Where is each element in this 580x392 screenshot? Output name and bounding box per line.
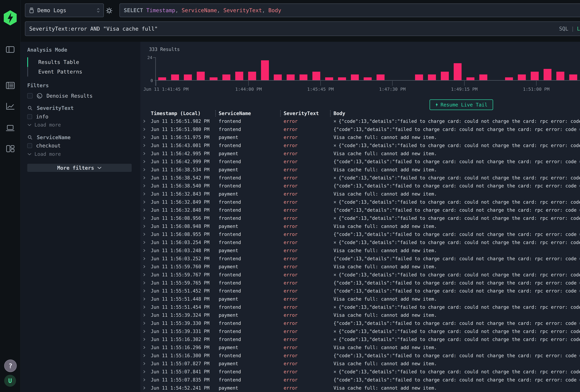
select-query-input[interactable]: SELECT Timestamp, ServiceName, SeverityT…	[120, 3, 580, 17]
row-expand-chevron-icon[interactable]	[143, 192, 151, 196]
row-expand-chevron-icon[interactable]	[143, 232, 151, 236]
table-row[interactable]: Jun 11 1:56:51.982 PM frontend error ×{"…	[140, 117, 580, 125]
filter-option-checkout[interactable]: checkout	[27, 143, 134, 148]
column-resize-handle[interactable]	[330, 110, 331, 117]
row-expand-chevron-icon[interactable]	[143, 200, 151, 204]
chart-nav-icon[interactable]	[5, 102, 15, 111]
search-query-input[interactable]: SeverityText:error AND "Visa cache full"…	[25, 21, 580, 36]
table-row[interactable]: Jun 11 1:55:39.330 PM frontend error ×{"…	[140, 319, 580, 327]
row-expand-chevron-icon[interactable]	[143, 321, 151, 325]
row-expand-chevron-icon[interactable]	[143, 346, 151, 349]
row-expand-chevron-icon[interactable]	[143, 224, 151, 228]
table-row[interactable]: Jun 11 1:56:32.843 PM payment error ×Vis…	[140, 190, 580, 198]
row-expand-chevron-icon[interactable]	[143, 378, 151, 382]
row-expand-chevron-icon[interactable]	[143, 297, 151, 301]
table-row[interactable]: Jun 11 1:56:42.995 PM payment error ×Vis…	[140, 149, 580, 158]
settings-button[interactable]	[105, 6, 113, 15]
table-row[interactable]: Jun 11 1:56:51.975 PM payment error ×Vis…	[140, 133, 580, 141]
more-filters-button[interactable]: More filters	[27, 164, 132, 172]
row-expand-chevron-icon[interactable]	[143, 241, 151, 244]
denoise-checkbox[interactable]	[27, 93, 33, 99]
laptop-nav-icon[interactable]	[5, 123, 15, 133]
load-more-servicename[interactable]: Load more	[27, 151, 134, 157]
table-row[interactable]: Jun 11 1:56:08.956 PM frontend error ×{"…	[140, 214, 580, 222]
column-resize-handle[interactable]	[280, 110, 281, 117]
dataset-select[interactable]: Demo Logs	[25, 3, 104, 17]
row-expand-chevron-icon[interactable]	[143, 128, 151, 131]
load-more-severitytext[interactable]: Load more	[27, 122, 134, 128]
table-row[interactable]: Jun 11 1:56:32.848 PM frontend error ×{"…	[140, 206, 580, 214]
row-expand-chevron-icon[interactable]	[143, 152, 151, 155]
app-logo-icon[interactable]	[3, 10, 17, 26]
dashboard-nav-icon[interactable]	[5, 144, 15, 153]
table-row[interactable]: Jun 11 1:54:52.241 PM payment error ×Vis…	[140, 384, 580, 392]
tab-results-table[interactable]: Results Table	[27, 57, 131, 67]
row-expand-chevron-icon[interactable]	[143, 386, 151, 390]
row-expand-chevron-icon[interactable]	[143, 143, 151, 147]
table-row[interactable]: Jun 11 1:56:03.248 PM payment error ×Vis…	[140, 247, 580, 255]
row-expand-chevron-icon[interactable]	[143, 119, 151, 123]
row-expand-chevron-icon[interactable]	[143, 176, 151, 180]
table-row[interactable]: Jun 11 1:55:51.448 PM payment error ×Vis…	[140, 295, 580, 303]
row-expand-chevron-icon[interactable]	[143, 135, 151, 139]
mode-toggle-lucene[interactable]: Lucene	[577, 26, 580, 32]
table-row[interactable]: Jun 11 1:55:51.454 PM frontend error ×{"…	[140, 303, 580, 311]
row-expand-chevron-icon[interactable]	[143, 265, 151, 268]
row-expand-chevron-icon[interactable]	[143, 273, 151, 277]
table-row[interactable]: Jun 11 1:56:38.540 PM frontend error ×{"…	[140, 182, 580, 190]
logs-nav-icon[interactable]	[5, 81, 15, 90]
row-expand-chevron-icon[interactable]	[143, 289, 151, 293]
help-button[interactable]: ?	[4, 360, 17, 372]
row-expand-chevron-icon[interactable]	[143, 281, 151, 285]
row-expand-chevron-icon[interactable]	[143, 354, 151, 357]
table-row[interactable]: Jun 11 1:56:42.999 PM frontend error ×{"…	[140, 157, 580, 166]
col-timestamp[interactable]: Timestamp (Local)	[151, 111, 219, 116]
col-servicename[interactable]: ServiceName	[219, 111, 284, 116]
table-row[interactable]: Jun 11 1:55:51.452 PM frontend error ×{"…	[140, 287, 580, 295]
filter-group-servicename[interactable]: ServiceName	[27, 134, 134, 140]
table-row[interactable]: Jun 11 1:56:03.254 PM frontend error ×{"…	[140, 238, 580, 247]
column-resize-handle[interactable]	[215, 110, 216, 117]
table-row[interactable]: Jun 11 1:56:08.948 PM payment error ×Vis…	[140, 222, 580, 230]
tab-event-patterns[interactable]: Event Patterns	[27, 67, 131, 77]
table-row[interactable]: Jun 11 1:56:03.252 PM frontend error ×{"…	[140, 255, 580, 263]
resume-live-tail-button[interactable]: Resume Live Tail	[430, 99, 493, 110]
table-row[interactable]: Jun 11 1:56:32.849 PM frontend error ×{"…	[140, 198, 580, 206]
row-expand-chevron-icon[interactable]	[143, 249, 151, 252]
row-expand-chevron-icon[interactable]	[143, 160, 151, 163]
row-expand-chevron-icon[interactable]	[143, 216, 151, 220]
row-expand-chevron-icon[interactable]	[143, 257, 151, 261]
mode-toggle-sql[interactable]: SQL	[559, 26, 568, 32]
row-expand-chevron-icon[interactable]	[143, 184, 151, 188]
row-expand-chevron-icon[interactable]	[143, 338, 151, 341]
table-row[interactable]: Jun 11 1:55:16.300 PM frontend error ×{"…	[140, 352, 580, 360]
sidebar-toggle-icon[interactable]	[5, 45, 15, 54]
results-histogram[interactable]: 24 0 Jun 11 1:41:45 PM1:44:00 PM1:45:45 …	[156, 58, 580, 81]
table-row[interactable]: Jun 11 1:56:51.980 PM frontend error ×{"…	[140, 125, 580, 133]
filter-option-info[interactable]: info	[27, 114, 134, 120]
table-row[interactable]: Jun 11 1:55:59.765 PM frontend error ×{"…	[140, 279, 580, 287]
row-expand-chevron-icon[interactable]	[143, 362, 151, 366]
row-expand-chevron-icon[interactable]	[143, 305, 151, 309]
row-expand-chevron-icon[interactable]	[143, 313, 151, 317]
row-expand-chevron-icon[interactable]	[143, 370, 151, 374]
table-row[interactable]: Jun 11 1:55:59.767 PM frontend error ×{"…	[140, 271, 580, 279]
table-row[interactable]: Jun 11 1:56:08.955 PM frontend error ×{"…	[140, 230, 580, 239]
checkout-checkbox[interactable]	[27, 143, 32, 148]
table-row[interactable]: Jun 11 1:55:59.760 PM payment error ×Vis…	[140, 262, 580, 271]
table-row[interactable]: Jun 11 1:55:07.841 PM frontend error ×{"…	[140, 368, 580, 376]
info-checkbox[interactable]	[27, 114, 32, 119]
row-expand-chevron-icon[interactable]	[143, 208, 151, 212]
col-severitytext[interactable]: SeverityText	[284, 111, 333, 116]
filter-group-severitytext[interactable]: SeverityText	[27, 105, 134, 111]
table-row[interactable]: Jun 11 1:56:38.534 PM payment error ×Vis…	[140, 166, 580, 174]
table-row[interactable]: Jun 11 1:55:07.827 PM payment error ×Vis…	[140, 360, 580, 368]
table-row[interactable]: Jun 11 1:56:38.542 PM frontend error ×{"…	[140, 174, 580, 182]
table-row[interactable]: Jun 11 1:55:39.331 PM frontend error ×{"…	[140, 327, 580, 335]
row-expand-chevron-icon[interactable]	[143, 329, 151, 333]
table-row[interactable]: Jun 11 1:55:16.296 PM payment error ×Vis…	[140, 343, 580, 352]
user-avatar[interactable]: U	[4, 375, 16, 387]
table-row[interactable]: Jun 11 1:56:43.001 PM frontend error ×{"…	[140, 141, 580, 149]
col-body[interactable]: Body	[333, 111, 580, 116]
table-row[interactable]: Jun 11 1:55:39.324 PM payment error ×Vis…	[140, 311, 580, 319]
